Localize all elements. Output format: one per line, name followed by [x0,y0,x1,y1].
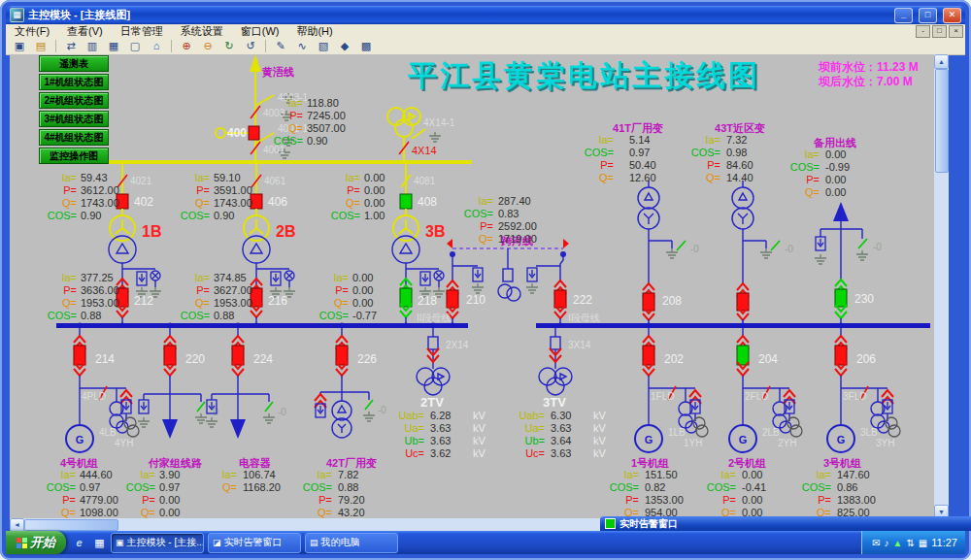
alarm-window-titlebar[interactable]: 实时告警窗口 [600,516,971,531]
q-value: 1953.00 [81,297,119,309]
ia-value: 151.50 [645,469,678,480]
mdi-restore-button[interactable]: □ [932,25,947,38]
home-icon[interactable]: ⌂ [147,38,166,54]
menu-daily-mgmt[interactable]: 日常管理 [112,24,172,39]
taskbar-clock: 11:27 [931,537,957,548]
uab-value: 6.30 [551,410,571,421]
sidebar-item-control-operation[interactable]: 监控操作图 [39,148,109,164]
ia-value: 0.00 [364,172,385,183]
network-icon[interactable]: ⇅ [906,538,914,548]
copy-icon[interactable]: ▦ [104,38,123,54]
cos-label: COS= [585,147,614,158]
breaker-206[interactable] [835,346,847,365]
breaker-202[interactable] [643,346,654,365]
ime-icon[interactable]: ▦ [919,538,927,548]
horizontal-scrollbar[interactable]: ◄ [10,518,600,531]
breaker-220[interactable] [164,346,176,365]
scroll-up-icon[interactable]: ▲ [934,54,949,69]
sidebar-item-unit2-status[interactable]: 2#机组状态图 [39,92,109,109]
menu-system-settings[interactable]: 系统设置 [172,24,232,39]
ia-label: Ia= [345,172,360,183]
scroll-left-icon[interactable]: ◄ [10,518,24,532]
breaker-216[interactable] [251,288,262,307]
breaker-406[interactable] [251,194,262,209]
p-value: 84.60 [726,159,753,171]
taskbar-task-my-computer[interactable]: ▤ 我的电脑 [305,533,398,553]
volume-icon[interactable]: ♪ [885,538,889,548]
ie-icon[interactable]: e [72,536,86,550]
menu-help[interactable]: 帮助(H) [287,24,341,39]
feeder-name: 2号机组 [728,457,766,469]
p-value: 50.40 [629,159,656,171]
minimize-button[interactable]: _ [894,8,913,23]
feeder-name: 4号机组 [60,457,98,469]
p-label: P= [142,494,155,506]
mdi-close-button[interactable]: × [949,25,963,38]
taskbar: 开始 e ▦ ▣ 主控模块 - [主接... ◪ 实时告警窗口 ▤ 我的电脑 ✉… [6,531,965,554]
ia-label: Ia= [287,97,303,109]
trend-icon[interactable]: ∿ [292,38,312,54]
cos-value: -0.41 [742,481,766,493]
breaker-204[interactable] [737,346,749,365]
open-folder-icon[interactable]: ▤ [31,38,50,54]
cos-label: COS= [464,208,493,219]
generator-label: 2B [276,223,295,240]
p-value: 0.00 [742,494,762,506]
edit-icon[interactable]: ✎ [271,38,290,54]
refresh-icon[interactable]: ↻ [219,38,239,54]
sidebar-item-unit3-status[interactable]: 3#机组状态图 [39,111,109,127]
p-value: 7245.00 [307,110,346,121]
taskbar-task-alarm-window[interactable]: ◪ 实时告警窗口 [208,533,301,553]
breaker-214[interactable] [74,346,85,365]
zoom-in-icon[interactable]: ⊕ [177,38,196,54]
single-line-diagram: 黄浯线 4003-1 4003 400 4001-1 4001 Ia= 118.… [10,54,934,518]
marker-icon[interactable]: ◆ [335,38,354,54]
pt-label: 2YH [778,438,796,448]
show-desktop-icon[interactable]: ▦ [92,536,107,550]
screen-icon[interactable]: ▩ [356,38,376,54]
close-button[interactable]: ✕ [943,8,961,23]
antivirus-icon[interactable]: ▲ [893,538,903,548]
q-value: 1743.00 [214,197,252,209]
sidebar-item-unit4-status[interactable]: 4#机组状态图 [39,129,109,146]
breaker-label: 400 [227,126,247,140]
breaker-218[interactable] [400,288,412,307]
horizontal-scroll-thumb[interactable] [24,519,118,531]
cos-label: COS= [48,310,77,321]
link-icon[interactable]: ⇄ [61,38,81,54]
ia-label: Ia= [317,469,332,480]
sidebar-item-telemetry-table[interactable]: 遥测表 [39,55,109,72]
breaker-210[interactable] [447,290,458,308]
breaker-222[interactable] [554,290,566,308]
feeder-name: 付家组线路 [148,457,202,469]
ia-value: 3.90 [159,469,180,480]
breaker-400[interactable] [249,126,259,140]
transformer-43t-bay: -0 43T近区变 Ia= 7.32 COS= 0.98 P= 84.60 Q=… [691,122,794,323]
ia-label: Ia= [140,469,155,480]
vertical-scrollbar[interactable]: ▲ ▼ [934,54,949,518]
breaker-226[interactable] [336,346,348,365]
report-icon[interactable]: ▥ [83,38,102,54]
sidebar-item-unit1-status[interactable]: 1#机组状态图 [39,74,109,90]
zoom-out-icon[interactable]: ⊖ [198,38,218,54]
taskbar-task-main-control[interactable]: ▣ 主控模块 - [主接... [111,533,204,553]
menu-window[interactable]: 窗口(W) [232,24,288,39]
vertical-scroll-thumb[interactable] [935,69,949,173]
monitor-icon[interactable]: ▣ [10,38,29,54]
rotate-icon[interactable]: ↺ [241,38,260,54]
start-button[interactable]: 开始 [6,531,66,554]
mdi-minimize-button[interactable]: - [916,25,930,38]
pt-name: 3TV [543,395,566,410]
breaker-224[interactable] [232,346,244,365]
maximize-button[interactable]: □ [919,8,937,23]
messenger-icon[interactable]: ✉ [872,538,880,548]
breaker-230[interactable] [835,289,847,307]
p-value: 0.00 [352,284,373,296]
menu-file[interactable]: 文件(F) [6,24,58,39]
system-tray: ✉ ♪ ▲ ⇅ ▦ 11:27 [861,531,965,554]
breaker-408[interactable] [400,194,412,209]
window-icon[interactable]: ▢ [125,38,145,54]
q-label: Q= [334,297,349,309]
menu-view[interactable]: 查看(V) [58,24,112,39]
chart-icon[interactable]: ▧ [314,38,333,54]
